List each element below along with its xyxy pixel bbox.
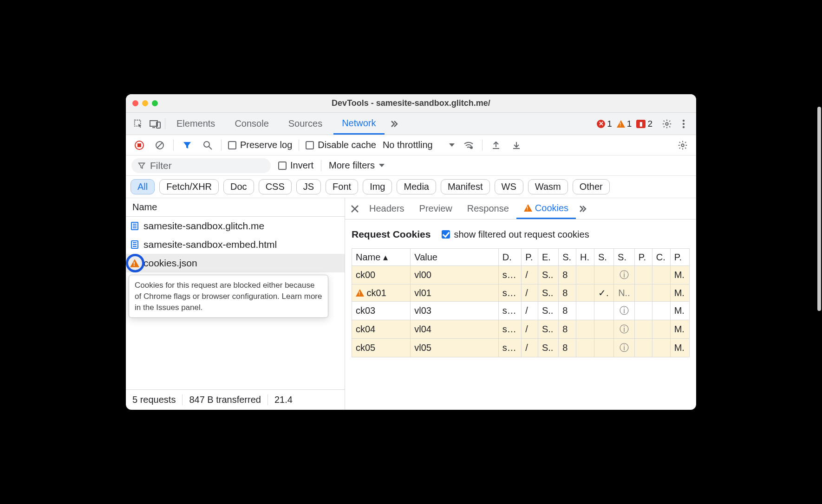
more-tabs-icon[interactable] (387, 117, 401, 131)
request-name: cookies.json (144, 258, 197, 269)
status-footer: 5 requests 847 B transferred 21.4 (126, 389, 345, 410)
cell-name: ck01 (352, 284, 411, 302)
cell-ss: ⓘ (614, 339, 635, 357)
cell-pa: M. (670, 302, 689, 320)
tab-elements[interactable]: Elements (168, 113, 223, 135)
disable-cache-checkbox[interactable]: Disable cache (306, 140, 376, 150)
col-s[interactable]: S. (559, 249, 576, 266)
chip-wasm[interactable]: Wasm (528, 179, 568, 194)
cell-e: S.. (538, 284, 558, 302)
chevron-down-icon (449, 143, 455, 148)
chip-css[interactable]: CSS (259, 179, 292, 194)
cell-e: S.. (538, 302, 558, 320)
settings-icon[interactable] (660, 117, 674, 131)
request-row[interactable]: samesite-sandbox-embed.html (126, 235, 345, 254)
clear-button[interactable] (153, 138, 167, 152)
tab-headers[interactable]: Headers (362, 198, 412, 219)
chip-font[interactable]: Font (326, 179, 358, 194)
cell-pa: M. (670, 339, 689, 357)
tab-network[interactable]: Network (333, 113, 384, 135)
preserve-log-checkbox[interactable]: Preserve log (228, 140, 292, 150)
cell-s: 8 (559, 284, 576, 302)
chip-ws[interactable]: WS (495, 179, 523, 194)
tab-sources[interactable]: Sources (280, 113, 331, 135)
tab-cookies[interactable]: Cookies (516, 198, 576, 219)
chip-manifest[interactable]: Manifest (441, 179, 490, 194)
chip-fetch-xhr[interactable]: Fetch/XHR (159, 179, 219, 194)
record-button[interactable] (132, 138, 146, 152)
kebab-menu-icon[interactable] (677, 117, 691, 131)
tab-preview[interactable]: Preview (412, 198, 460, 219)
cell-d: s… (498, 266, 521, 284)
issue-counts[interactable]: ✕1 1 ▮2 (597, 119, 652, 129)
download-icon[interactable] (509, 138, 523, 152)
close-detail-icon[interactable] (348, 202, 362, 216)
col-d[interactable]: D. (498, 249, 521, 266)
cell-p: / (522, 266, 538, 284)
cell-p: / (522, 284, 538, 302)
disable-cache-label: Disable cache (318, 140, 376, 150)
col-h[interactable]: H. (576, 249, 594, 266)
table-row[interactable]: ck05vl05s…/S..8ⓘM. (352, 339, 690, 357)
svg-point-5 (683, 123, 685, 124)
svg-point-13 (470, 146, 473, 149)
throttling-select[interactable]: No throttling (383, 140, 455, 150)
table-row[interactable]: ck00vl00s…/S..8ⓘM. (352, 266, 690, 284)
device-toggle-icon[interactable] (148, 117, 162, 131)
col-c[interactable]: C. (652, 249, 670, 266)
devtools-window: DevTools - samesite-sandbox.glitch.me/ E… (126, 94, 696, 410)
table-row[interactable]: ck03vl03s…/S..8ⓘM. (352, 302, 690, 320)
issues-icon: ▮ (636, 120, 646, 128)
svg-point-11 (204, 142, 209, 147)
warning-icon (524, 204, 532, 212)
more-detail-tabs-icon[interactable] (576, 202, 590, 216)
col-e[interactable]: E. (538, 249, 558, 266)
warning-icon (356, 289, 364, 297)
cell-c (652, 302, 670, 320)
show-filtered-checkbox[interactable]: show filtered out request cookies (442, 229, 589, 240)
cell-d: s… (498, 302, 521, 320)
chip-doc[interactable]: Doc (223, 179, 254, 194)
col-pr[interactable]: P. (634, 249, 652, 266)
window-title: DevTools - samesite-sandbox.glitch.me/ (126, 98, 696, 108)
cell-value: vl03 (411, 302, 498, 320)
inspect-icon[interactable] (131, 117, 145, 131)
chip-media[interactable]: Media (397, 179, 436, 194)
name-column-header[interactable]: Name (126, 198, 345, 217)
tab-console[interactable]: Console (226, 113, 277, 135)
cell-d: s… (498, 320, 521, 339)
invert-checkbox[interactable]: Invert (278, 160, 313, 171)
search-icon[interactable] (201, 138, 215, 152)
cell-value: vl00 (411, 266, 498, 284)
col-name[interactable]: Name ▴ (352, 249, 411, 266)
table-row[interactable]: ck04vl04s…/S..8ⓘM. (352, 320, 690, 339)
network-conditions-icon[interactable] (462, 138, 476, 152)
tab-response[interactable]: Response (460, 198, 516, 219)
cell-c (652, 320, 670, 339)
cell-pr (634, 302, 652, 320)
request-list-panel: Name samesite-sandbox.glitch.me samesite… (126, 198, 345, 410)
preserve-log-label: Preserve log (240, 140, 292, 150)
upload-icon[interactable] (489, 138, 503, 152)
chip-js[interactable]: JS (296, 179, 321, 194)
chip-other[interactable]: Other (573, 179, 610, 194)
cell-c (652, 266, 670, 284)
detail-panel: Headers Preview Response Cookies Request… (345, 198, 696, 410)
more-filters-dropdown[interactable]: More filters (329, 160, 385, 171)
filter-toggle-icon[interactable] (180, 138, 194, 152)
col-p[interactable]: P. (522, 249, 538, 266)
table-row[interactable]: ck01vl01s…/S..8✓.N..M. (352, 284, 690, 302)
request-row[interactable]: cookies.json (126, 254, 345, 272)
filter-input[interactable]: Filter (131, 158, 271, 173)
cell-c (652, 339, 670, 357)
panel-settings-icon[interactable] (676, 138, 690, 152)
col-sec[interactable]: S. (594, 249, 613, 266)
table-header-row[interactable]: Name ▴ Value D. P. E. S. H. S. S. P. C. … (352, 249, 690, 266)
chip-all[interactable]: All (130, 179, 155, 194)
cell-sec (594, 320, 613, 339)
request-row[interactable]: samesite-sandbox.glitch.me (126, 217, 345, 235)
col-ss[interactable]: S. (614, 249, 635, 266)
col-pa[interactable]: P. (670, 249, 689, 266)
col-value[interactable]: Value (411, 249, 498, 266)
chip-img[interactable]: Img (363, 179, 392, 194)
